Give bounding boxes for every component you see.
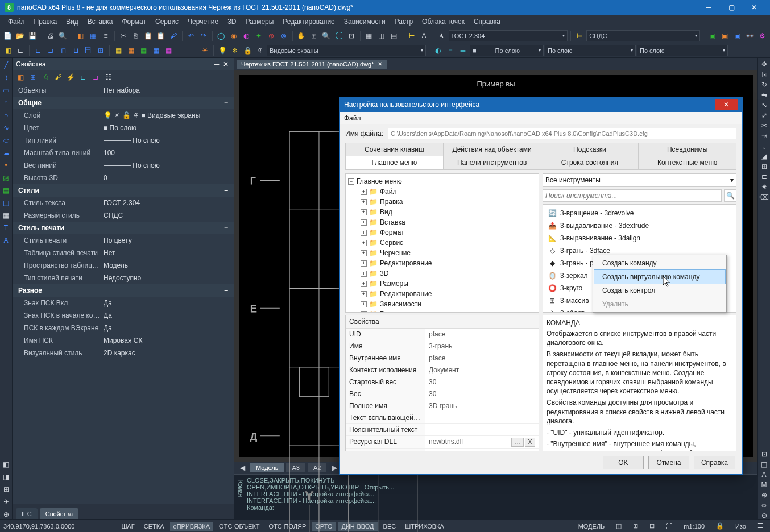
tb2-icon-11[interactable]: ▦	[138, 45, 149, 56]
props-tab-ifc[interactable]: IFC	[16, 508, 38, 519]
props-tb-6-icon[interactable]: ⊏	[77, 72, 89, 83]
tb2-color-icon[interactable]: ◐	[432, 45, 444, 56]
rail-b5-icon[interactable]: ⊕	[1, 509, 11, 519]
menu-insert[interactable]: Вставка	[83, 16, 118, 27]
tab-toolbars[interactable]: Панели инструментов	[444, 156, 541, 169]
tb2-icon-12[interactable]: ▦	[150, 45, 162, 56]
tb2-freeze-icon[interactable]: ❄	[229, 45, 241, 56]
circle-icon[interactable]: ○	[1, 110, 11, 120]
rr-trim-icon[interactable]: ✂	[761, 122, 767, 130]
menu-format[interactable]: Формат	[117, 16, 151, 27]
tb2-icon-4[interactable]: ⊐	[45, 45, 56, 56]
tb-icon-f[interactable]: ⊗	[278, 30, 289, 41]
dlg-prop-row[interactable]: Ресурсная DLLnewbtns.dll…X	[346, 436, 539, 449]
layer-combo[interactable]: Видовые экраны▾	[267, 45, 426, 56]
redo-icon[interactable]: ↷	[198, 30, 209, 41]
tree-expand-icon[interactable]: +	[361, 301, 367, 307]
preview-icon[interactable]: 🔍	[57, 30, 69, 41]
rail-b1-icon[interactable]: ◧	[1, 459, 11, 469]
tree-item[interactable]: +📁Сервис	[358, 238, 536, 248]
tree-expand-icon[interactable]: +	[361, 189, 367, 195]
clear-button[interactable]: X	[525, 438, 535, 447]
tb-icon-a[interactable]: ◯	[216, 30, 227, 41]
text-icon[interactable]: A	[419, 30, 430, 41]
menu-edit[interactable]: Правка	[30, 16, 62, 27]
props-group-header[interactable]: Стили−	[13, 184, 234, 197]
props-row[interactable]: Знак ПСК в начале коор…Да	[13, 309, 234, 322]
dlg-prop-row[interactable]: Внутреннее имяpface	[346, 352, 539, 364]
menu-help[interactable]: Справка	[469, 16, 505, 27]
tree-item[interactable]: +📁Файл	[358, 186, 536, 197]
tree-item[interactable]: +📁Формат	[358, 227, 536, 238]
tree-item[interactable]: +📁Редактирование	[358, 289, 536, 299]
tab-scroll-left-icon[interactable]: ◀	[237, 464, 248, 472]
tb-icon-e[interactable]: ⊕	[266, 30, 277, 41]
viewport-icon[interactable]: ◫	[376, 30, 387, 41]
tree-expand-icon[interactable]: +	[361, 260, 367, 267]
rail-b2-icon[interactable]: ◨	[1, 472, 11, 482]
rr-rotate-icon[interactable]: ↻	[761, 81, 767, 89]
menu-tree[interactable]: −Главное меню +📁Файл+📁Правка+📁Вид+📁Встав…	[346, 174, 539, 312]
tools-filter-combo[interactable]: Все инструменты▾	[543, 173, 736, 187]
point-icon[interactable]: •	[1, 160, 11, 171]
rr-offset-icon[interactable]: ⊏	[761, 173, 767, 181]
tree-expand-icon[interactable]: +	[361, 271, 367, 277]
tb2-icon-2[interactable]: ⊏	[15, 45, 26, 56]
props-row[interactable]: ПСК в каждом ВЭкранеДа	[13, 322, 234, 334]
tb2-sun-icon[interactable]: ☀	[199, 45, 210, 56]
menu-view[interactable]: Вид	[61, 16, 83, 27]
tree-expand-icon[interactable]: +	[361, 219, 367, 226]
layout-icon[interactable]: ▦	[363, 30, 375, 41]
minimize-button[interactable]: ─	[697, 1, 720, 14]
tb2-icon-8[interactable]: ⊞	[95, 45, 106, 56]
tree-expand-icon[interactable]: +	[361, 250, 367, 256]
help-button[interactable]: Справка	[694, 456, 735, 469]
rr-b5-icon[interactable]: ⊕	[761, 491, 767, 499]
pan-icon[interactable]: ✋	[296, 30, 307, 41]
rr-array-icon[interactable]: ⊞	[761, 163, 767, 171]
bylayer2-combo[interactable]: По слою▾	[545, 45, 636, 56]
dlg-prop-row[interactable]: Имя3-грань	[346, 340, 539, 352]
props-tab-properties[interactable]: Свойства	[40, 508, 78, 519]
paste-icon[interactable]: 📋	[143, 30, 154, 41]
props-row[interactable]: Стиль текстаГОСТ 2.304	[13, 197, 234, 209]
rr-erase-icon[interactable]: ⌫	[759, 193, 769, 201]
props-tb-2-icon[interactable]: ⊞	[27, 72, 39, 83]
menu-3d[interactable]: 3D	[223, 16, 241, 27]
menu-draw[interactable]: Черчение	[183, 16, 223, 27]
dim-style-combo[interactable]: СПДС▾	[586, 30, 700, 41]
rr-b1-icon[interactable]: ⊡	[761, 450, 767, 458]
menu-service[interactable]: Сервис	[151, 16, 183, 27]
tab-close-icon[interactable]: ✕	[378, 61, 382, 67]
props-row[interactable]: Тип линий———— По слою	[13, 134, 234, 147]
props-row[interactable]: Вес линий———— По слою	[13, 159, 234, 172]
tree-item[interactable]: +📁Правка	[358, 197, 536, 207]
rr-b3-icon[interactable]: A	[761, 471, 766, 479]
tree-item[interactable]: +📁Вставка	[358, 217, 536, 227]
props-object-row[interactable]: ОбъектыНет набора	[13, 84, 234, 97]
tb2-icon-3[interactable]: ⊏	[32, 45, 44, 56]
dlg-prop-row[interactable]: Стартовый вес30	[346, 376, 539, 388]
rr-scale-icon[interactable]: ⤡	[761, 101, 767, 109]
tree-expand-icon[interactable]: +	[361, 240, 367, 246]
end-icon-2[interactable]: ▣	[719, 30, 730, 41]
undo-icon[interactable]: ↶	[185, 30, 197, 41]
new-icon[interactable]: 📄	[2, 30, 14, 41]
line-icon[interactable]: ╱	[1, 60, 11, 70]
end-icon-3[interactable]: ▣	[731, 30, 743, 41]
rr-chamfer-icon[interactable]: ◢	[761, 152, 767, 160]
props-row[interactable]: Масштаб типа линий100	[13, 147, 234, 159]
copy-icon[interactable]: ⎘	[130, 30, 142, 41]
tb2-icon-6[interactable]: ⊔	[70, 45, 81, 56]
layer-icon[interactable]: ◧	[75, 30, 86, 41]
rail-b4-icon[interactable]: ✈	[1, 497, 11, 507]
props-row[interactable]: Стиль печатиПо цвету	[13, 234, 234, 247]
status-toggle[interactable]: СЕТКА	[140, 522, 168, 531]
tree-item[interactable]: +📁3D	[358, 268, 536, 279]
rr-copy-icon[interactable]: ⎘	[762, 70, 766, 78]
ok-button[interactable]: OK	[603, 456, 644, 469]
tb2-ltype-icon[interactable]: ≡	[445, 45, 456, 56]
tree-item[interactable]: +📁Размеры	[358, 279, 536, 289]
bylayer3-combo[interactable]: По слою▾	[637, 45, 728, 56]
dim-style-icon[interactable]: ⊨	[574, 30, 585, 41]
